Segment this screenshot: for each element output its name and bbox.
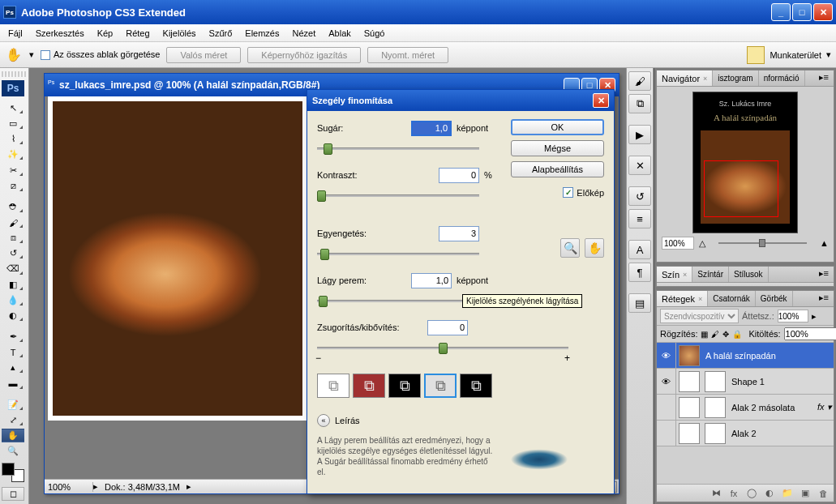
layer-name[interactable]: A halál színpadán	[702, 351, 834, 361]
bridge-icon[interactable]	[747, 46, 765, 64]
workspace-dropdown-icon[interactable]: ▾	[826, 49, 831, 60]
layer-mask-icon[interactable]: ◯	[744, 487, 759, 500]
marquee-tool[interactable]: ▭	[2, 117, 24, 130]
dialog-titlebar[interactable]: Szegély finomítása ✕	[307, 90, 614, 111]
color-menu-icon[interactable]: ▸≡	[814, 267, 834, 282]
tab-navigator[interactable]: Navigátor×	[657, 70, 713, 86]
healing-tool[interactable]: ⛑	[2, 200, 24, 214]
layer-mask-thumb[interactable]	[705, 371, 726, 392]
layer-fx-icon[interactable]: fx	[727, 487, 741, 500]
default-button[interactable]: Alapbeállítás	[511, 161, 604, 177]
layer-name[interactable]: Alak 2	[728, 429, 834, 438]
contrast-slider[interactable]	[317, 189, 479, 203]
tab-paths[interactable]: Görbék	[756, 291, 793, 306]
menu-window[interactable]: Ablak	[324, 27, 356, 40]
layer-mask-thumb[interactable]	[705, 397, 726, 418]
dodge-tool[interactable]: ◐	[2, 309, 24, 322]
tab-histogram[interactable]: isztogram	[713, 70, 758, 86]
cancel-button[interactable]: Mégse	[511, 140, 604, 156]
visibility-icon[interactable]	[657, 395, 676, 420]
ok-button[interactable]: OK	[511, 119, 604, 135]
radius-slider[interactable]	[317, 142, 479, 156]
type-tool[interactable]: T	[2, 345, 24, 359]
layer-row[interactable]: Alak 2 másolata fx ▾	[657, 395, 834, 421]
layer-mask-thumb[interactable]	[705, 423, 726, 444]
visibility-icon[interactable]: 👁	[657, 369, 676, 394]
menu-layer[interactable]: Réteg	[121, 27, 154, 40]
dock-actions-icon[interactable]: ≡	[628, 209, 651, 229]
menu-edit[interactable]: Szerkesztés	[31, 27, 89, 40]
lasso-tool[interactable]: ⌇	[2, 132, 24, 146]
navigator-thumbnail[interactable]: Sz. Lukács Imre A halál színpadán	[692, 92, 798, 233]
history-brush-tool[interactable]: ↺	[2, 246, 24, 260]
layer-name[interactable]: Alak 2 másolata	[728, 403, 817, 412]
menu-file[interactable]: Fájl	[3, 27, 28, 40]
layer-thumb[interactable]	[679, 345, 700, 366]
layer-thumb[interactable]	[679, 423, 700, 444]
scroll-all-checkbox[interactable]: Az összes ablak görgetése	[41, 49, 160, 60]
nav-zoomin-icon[interactable]: ▲	[820, 238, 829, 248]
fill-input[interactable]	[784, 327, 836, 340]
zoom-tool-icon[interactable]: 🔍	[560, 238, 580, 258]
new-layer-icon[interactable]: ▣	[798, 487, 812, 500]
menu-filter[interactable]: Szűrő	[204, 27, 238, 40]
slice-tool[interactable]: ⧄	[2, 179, 24, 193]
dock-clone-icon[interactable]: ⧉	[628, 94, 651, 113]
preview-overlay-icon[interactable]: ⧉	[353, 374, 385, 398]
wand-tool[interactable]: ✨	[2, 147, 24, 161]
tab-styles[interactable]: Stílusok	[729, 267, 769, 282]
expand-slider[interactable]: −+	[317, 341, 568, 356]
menu-select[interactable]: Kijelölés	[158, 27, 201, 40]
dialog-close-button[interactable]: ✕	[593, 93, 609, 108]
print-size-button[interactable]: Nyomt. méret	[367, 47, 448, 63]
opacity-input[interactable]	[778, 310, 808, 322]
tab-layers[interactable]: Rétegek×	[657, 291, 708, 306]
preview-black-icon[interactable]: ⧉	[388, 374, 421, 398]
minimize-button[interactable]: _	[771, 3, 791, 21]
menu-analysis[interactable]: Elemzés	[240, 27, 284, 40]
workspace-label[interactable]: Munkaterület	[770, 50, 821, 60]
menu-help[interactable]: Súgó	[359, 27, 390, 40]
tab-info[interactable]: nformáció	[759, 70, 805, 86]
preview-standard-icon[interactable]: ⧉	[317, 374, 349, 398]
blend-mode-select[interactable]: Szendvicspozitív	[660, 309, 739, 323]
zoom-tool[interactable]: 🔍	[2, 444, 24, 458]
lock-transparent-icon[interactable]: ▦	[701, 328, 708, 340]
toolbox-grip[interactable]	[2, 71, 27, 77]
feather-slider[interactable]	[317, 294, 479, 309]
zoom-field[interactable]: 100%	[45, 482, 93, 492]
hand-tool-icon[interactable]: ✋	[5, 47, 23, 62]
shape-tool[interactable]: ▬	[2, 376, 24, 390]
eyedropper-tool[interactable]: ⤢	[2, 413, 24, 427]
hand-tool[interactable]: ✋	[2, 429, 24, 442]
actual-pixels-button[interactable]: Valós méret	[166, 47, 241, 63]
smooth-slider[interactable]	[317, 247, 479, 262]
crop-tool[interactable]: ✂	[2, 163, 24, 177]
preview-checkbox[interactable]: ✓Előkép	[563, 187, 604, 198]
blur-tool[interactable]: 💧	[2, 293, 24, 307]
menu-image[interactable]: Kép	[92, 27, 118, 40]
smooth-input[interactable]	[439, 226, 479, 241]
quick-mask-button[interactable]: ◻	[2, 487, 24, 501]
navigator-viewbox[interactable]	[704, 160, 778, 217]
layer-thumb[interactable]	[679, 397, 700, 418]
path-select-tool[interactable]: ▴	[2, 361, 24, 374]
adjustment-layer-icon[interactable]: ◐	[762, 487, 777, 500]
tab-swatches[interactable]: Színtár	[692, 267, 729, 282]
notes-tool[interactable]: 📝	[2, 398, 24, 412]
close-button[interactable]: ✕	[813, 3, 833, 21]
pen-tool[interactable]: ✒	[2, 330, 24, 344]
visibility-icon[interactable]	[657, 421, 676, 446]
move-tool[interactable]: ↖	[2, 101, 24, 115]
opacity-arrow-icon[interactable]: ▸	[812, 311, 817, 322]
brush-tool[interactable]: 🖌	[2, 216, 24, 229]
maximize-button[interactable]: □	[792, 3, 812, 21]
lock-all-icon[interactable]: 🔒	[732, 328, 742, 340]
gradient-tool[interactable]: ◧	[2, 278, 24, 292]
tab-channels[interactable]: Csatornák	[708, 291, 756, 306]
layers-menu-icon[interactable]: ▸≡	[814, 291, 834, 306]
navigator-menu-icon[interactable]: ▸≡	[814, 70, 834, 86]
dock-character-icon[interactable]: A	[628, 240, 651, 259]
stamp-tool[interactable]: ⧈	[2, 231, 24, 245]
layer-row[interactable]: 👁 A halál színpadán	[657, 343, 834, 369]
